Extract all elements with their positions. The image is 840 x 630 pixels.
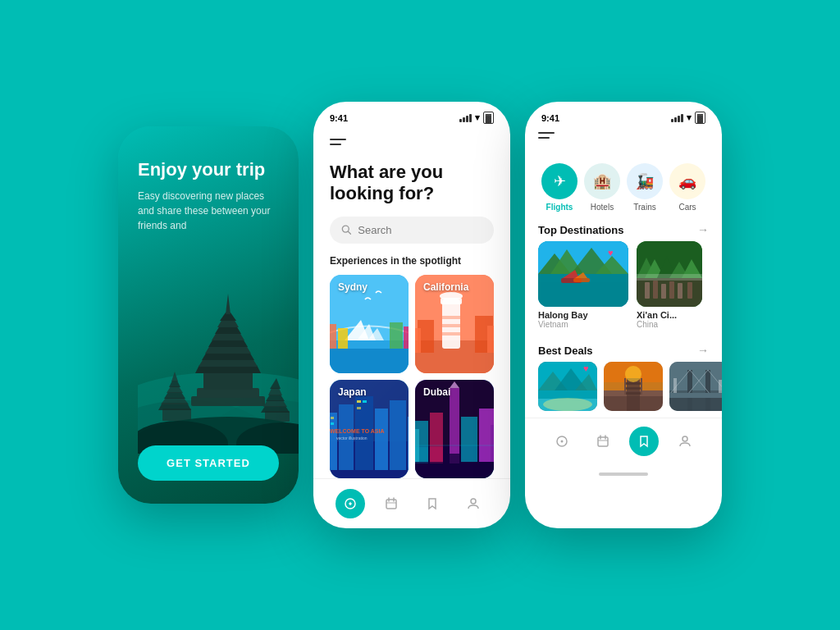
svg-point-158 — [561, 441, 564, 443]
svg-rect-141 — [604, 396, 663, 411]
dest-label-dubai: Dubai — [423, 386, 450, 398]
dest-xian[interactable]: Xi'an Ci... China — [637, 241, 702, 329]
search-icon — [341, 224, 351, 235]
svg-rect-38 — [330, 349, 409, 373]
svg-rect-84 — [491, 425, 494, 462]
status-icons-dash: ▾ ▓ — [671, 112, 705, 124]
hotels-icon: 🏨 — [584, 163, 620, 199]
tab-trains[interactable]: 🚂 Trains — [627, 163, 663, 212]
svg-rect-57 — [487, 326, 494, 353]
svg-rect-139 — [624, 387, 642, 390]
svg-rect-69 — [331, 422, 334, 425]
dest-card-sydney[interactable]: Sydny — [330, 275, 409, 373]
svg-rect-105 — [538, 282, 628, 307]
svg-rect-81 — [461, 417, 477, 462]
transport-tabs: ✈ Flights 🏨 Hotels 🚂 Trains 🚗 Cars — [525, 153, 722, 217]
signal-icon — [459, 114, 472, 122]
svg-rect-97 — [538, 137, 550, 139]
svg-rect-51 — [441, 316, 462, 319]
wifi-icon: ▾ — [475, 112, 480, 123]
dest-label-sydney: Sydny — [338, 281, 368, 293]
svg-rect-77 — [450, 388, 459, 454]
search-bar[interactable] — [330, 217, 494, 244]
svg-rect-121 — [669, 281, 674, 299]
phone-dashboard: 9:41 ▾ ▓ ✈ Flights 🏨 Hotels 🚂 Trains — [525, 102, 722, 528]
hotels-label: Hotels — [591, 203, 614, 212]
halong-country: Vietnam — [538, 320, 628, 329]
nav-calendar-dash[interactable] — [588, 427, 618, 456]
search-input[interactable] — [358, 224, 482, 236]
svg-rect-96 — [538, 132, 555, 134]
svg-rect-42 — [330, 324, 336, 349]
svg-rect-88 — [450, 447, 459, 463]
nav-bookmark-search[interactable] — [418, 489, 447, 518]
deal-item-1[interactable]: ♥ — [538, 362, 597, 411]
svg-rect-52 — [441, 324, 462, 327]
svg-rect-71 — [363, 400, 367, 403]
hamburger-menu[interactable] — [313, 129, 510, 153]
svg-rect-67 — [331, 417, 334, 419]
svg-marker-18 — [161, 398, 189, 404]
dest-label-california: California — [423, 281, 468, 293]
svg-text:♥: ♥ — [608, 248, 614, 258]
best-deals-title: Best Deals — [538, 345, 592, 357]
svg-rect-53 — [441, 332, 462, 336]
svg-marker-25 — [263, 400, 287, 407]
svg-marker-24 — [261, 406, 290, 413]
xian-name: Xi'an Ci... — [637, 310, 702, 320]
top-destinations-header: Top Destinations → — [525, 217, 722, 241]
xian-country: China — [637, 320, 702, 329]
deal-item-2[interactable] — [604, 362, 663, 411]
svg-text:vector illustration: vector illustration — [336, 436, 368, 441]
splash-illustration — [138, 233, 279, 445]
best-deals-arrow[interactable]: → — [697, 344, 709, 357]
svg-rect-123 — [687, 282, 692, 299]
cars-icon: 🚗 — [669, 163, 705, 199]
battery-icon: ▓ — [483, 112, 494, 124]
svg-rect-32 — [330, 139, 346, 140]
halong-name: Halong Bay — [538, 310, 628, 320]
dest-label-japan: Japan — [338, 386, 367, 398]
splash-title: Enjoy your trip — [138, 159, 279, 180]
svg-rect-45 — [404, 326, 409, 349]
deal-item-3[interactable] — [669, 362, 722, 411]
trains-label: Trains — [633, 203, 655, 212]
spotlight-label: Experiences in the spotlight — [313, 255, 510, 275]
svg-rect-142 — [624, 378, 626, 395]
dest-card-dubai[interactable]: Dubai — [415, 380, 494, 478]
bottom-nav-dashboard — [525, 418, 722, 469]
status-time: 9:41 — [330, 113, 348, 123]
nav-calendar-search[interactable] — [377, 489, 406, 518]
svg-line-35 — [348, 231, 350, 234]
deals-scroll: ♥ — [525, 362, 722, 418]
svg-rect-33 — [330, 144, 341, 145]
svg-rect-154 — [669, 398, 722, 411]
hamburger-menu-dash[interactable] — [525, 129, 722, 153]
nav-explore-dash[interactable] — [547, 427, 577, 456]
nav-person-dash[interactable] — [670, 427, 700, 456]
phone-splash: Enjoy your trip Easy discovering new pla… — [118, 126, 299, 504]
tab-hotels[interactable]: 🏨 Hotels — [584, 163, 620, 212]
flights-label: Flights — [546, 203, 573, 212]
destination-grid: Sydny — [313, 275, 510, 478]
nav-person-search[interactable] — [459, 489, 488, 518]
status-bar-search: 9:41 ▾ ▓ — [313, 102, 510, 129]
svg-rect-153 — [669, 393, 722, 398]
svg-rect-65 — [408, 417, 409, 470]
dest-thumb-xian — [637, 241, 702, 307]
splash-subtitle: Easy discovering new places and share th… — [138, 189, 279, 233]
tab-cars[interactable]: 🚗 Cars — [669, 163, 705, 212]
top-destinations-arrow[interactable]: → — [697, 223, 709, 236]
dest-halong[interactable]: ♥ Halong Bay Vietnam — [538, 241, 628, 329]
nav-bookmark-dash[interactable] — [629, 427, 659, 456]
dest-thumb-halong: ♥ — [538, 241, 628, 307]
svg-rect-70 — [357, 400, 361, 403]
status-bar-dashboard: 9:41 ▾ ▓ — [525, 102, 722, 129]
dest-card-japan[interactable]: Japan WELCOME — [330, 380, 409, 478]
svg-rect-124 — [637, 274, 702, 281]
tab-flights[interactable]: ✈ Flights — [541, 163, 578, 212]
dest-card-california[interactable]: California — [415, 275, 494, 373]
get-started-button[interactable]: GET STARTED — [138, 445, 279, 481]
nav-explore-search[interactable] — [336, 489, 365, 518]
svg-rect-16 — [162, 409, 191, 421]
